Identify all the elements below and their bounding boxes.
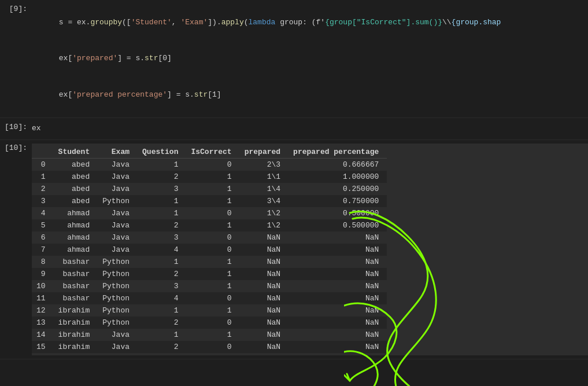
row-cell: NaN xyxy=(240,231,289,244)
row-cell: 1 xyxy=(186,329,239,341)
table-row: 0abedJava102\30.666667 xyxy=(32,158,387,171)
col-student: Student xyxy=(54,146,98,159)
row-cell: NaN xyxy=(289,280,387,292)
row-cell: 4 xyxy=(138,244,186,256)
row-index: 8 xyxy=(32,256,54,268)
dataframe-wrapper: Student Exam Question IsCorrect prepared… xyxy=(32,144,588,355)
row-cell: 2 xyxy=(138,341,186,353)
row-cell: 0 xyxy=(186,158,239,171)
cell-9-number: [9]: xyxy=(0,3,32,114)
row-cell: 1 xyxy=(138,304,186,317)
code-token: lambda xyxy=(249,18,276,27)
table-row: 15ibrahimJava20NaNNaN xyxy=(32,341,387,353)
code-token: {group["IsCorrect"].sum()} xyxy=(325,18,442,27)
row-index: 10 xyxy=(32,280,54,292)
row-cell: Java xyxy=(98,244,138,256)
row-cell: 0.666667 xyxy=(289,158,387,171)
code-token: ]). xyxy=(208,18,221,27)
code-line-1: s = ex.groupby(['Student', 'Exam']).appl… xyxy=(32,5,588,41)
row-cell: 2 xyxy=(138,219,186,231)
row-cell: NaN xyxy=(240,329,289,341)
row-cell: Java xyxy=(98,183,138,195)
code-token: ([ xyxy=(122,18,131,27)
row-cell: 1 xyxy=(138,329,186,341)
table-row: 2abedJava311\40.250000 xyxy=(32,183,387,195)
cell-10-input-number: [10]: xyxy=(0,122,32,136)
row-cell: ibrahim xyxy=(54,317,98,329)
row-cell: 1 xyxy=(186,268,239,280)
row-cell: abed xyxy=(54,195,98,207)
row-cell: 0.250000 xyxy=(289,183,387,195)
cell-10-input: [10]: ex xyxy=(0,118,588,140)
table-row: 6ahmadJava30NaNNaN xyxy=(32,231,387,244)
row-index: 4 xyxy=(32,207,54,219)
row-cell: ibrahim xyxy=(54,329,98,341)
row-index: 14 xyxy=(32,329,54,341)
code-token: apply xyxy=(221,18,244,27)
row-cell: Java xyxy=(98,341,138,353)
table-row: 1abedJava211\11.000000 xyxy=(32,171,387,183)
row-cell: bashar xyxy=(54,268,98,280)
row-index: 2 xyxy=(32,183,54,195)
table-header-row: Student Exam Question IsCorrect prepared… xyxy=(32,146,387,159)
row-cell: NaN xyxy=(289,231,387,244)
row-cell: ahmad xyxy=(54,219,98,231)
table-row: 13ibrahimPython20NaNNaN xyxy=(32,317,387,329)
row-cell: 1\4 xyxy=(240,183,289,195)
row-cell: 0.500000 xyxy=(289,207,387,219)
row-cell: Java xyxy=(98,207,138,219)
row-cell: Java xyxy=(98,329,138,341)
row-index: 15 xyxy=(32,341,54,353)
row-cell: 0 xyxy=(186,317,239,329)
code-line-2: ex['prepared'] = s.str[0] xyxy=(32,41,588,76)
row-cell: 1.000000 xyxy=(289,171,387,183)
row-index: 1 xyxy=(32,171,54,183)
cell-10-output: [10]: Student Exam Question IsCorrect pr… xyxy=(0,140,588,359)
row-cell: Java xyxy=(98,171,138,183)
row-cell: 1 xyxy=(186,183,239,195)
dataframe-table: Student Exam Question IsCorrect prepared… xyxy=(32,146,387,353)
row-cell: 1 xyxy=(186,171,239,183)
table-row: 7ahmadJava40NaNNaN xyxy=(32,244,387,256)
row-cell: NaN xyxy=(289,244,387,256)
row-cell: 1\2 xyxy=(240,219,289,231)
table-row: 8basharPython11NaNNaN xyxy=(32,256,387,268)
row-index: 3 xyxy=(32,195,54,207)
row-cell: Python xyxy=(98,292,138,304)
row-cell: NaN xyxy=(240,280,289,292)
table-row: 5ahmadJava211\20.500000 xyxy=(32,219,387,231)
cell-10-output-number: [10]: xyxy=(0,142,32,356)
row-cell: 0 xyxy=(186,292,239,304)
row-cell: Java xyxy=(98,231,138,244)
row-cell: 0 xyxy=(186,341,239,353)
code-token: 'prepared' xyxy=(72,54,117,63)
row-cell: 1 xyxy=(138,158,186,171)
row-index: 0 xyxy=(32,158,54,171)
row-index: 6 xyxy=(32,231,54,244)
row-cell: NaN xyxy=(240,304,289,317)
code-token: ex[ xyxy=(59,90,72,99)
code-token: , xyxy=(172,18,181,27)
cell-9-code: s = ex.groupby(['Student', 'Exam']).appl… xyxy=(32,3,588,114)
row-cell: Python xyxy=(98,256,138,268)
row-cell: 3 xyxy=(138,280,186,292)
code-line-3: ex['prepared percentage'] = s.str[1] xyxy=(32,77,588,113)
row-cell: Python xyxy=(98,317,138,329)
row-cell: 1 xyxy=(186,280,239,292)
col-iscorrect: IsCorrect xyxy=(186,146,239,159)
row-cell: Python xyxy=(98,280,138,292)
row-cell: NaN xyxy=(240,341,289,353)
row-cell: 2 xyxy=(138,268,186,280)
code-token: [0] xyxy=(158,54,171,63)
row-cell: NaN xyxy=(289,256,387,268)
row-cell: 0 xyxy=(186,231,239,244)
col-index xyxy=(32,146,54,159)
row-index: 7 xyxy=(32,244,54,256)
table-row: 3abedPython113\40.750000 xyxy=(32,195,387,207)
table-body: 0abedJava102\30.6666671abedJava211\11.00… xyxy=(32,158,387,353)
row-cell: ibrahim xyxy=(54,304,98,317)
row-cell: Python xyxy=(98,195,138,207)
cell-10-output-content: Student Exam Question IsCorrect prepared… xyxy=(32,142,588,356)
row-cell: bashar xyxy=(54,292,98,304)
row-cell: NaN xyxy=(289,329,387,341)
